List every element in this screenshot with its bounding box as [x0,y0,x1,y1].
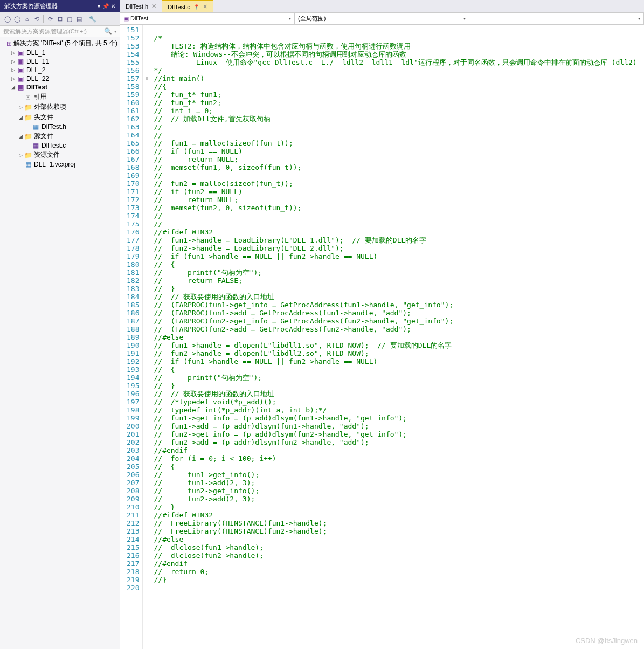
tree-item-DLL_1[interactable]: ▷▣DLL_1 [0,49,120,57]
tree-item-DllTest.h[interactable]: ▦DllTest.h [0,122,120,131]
chevron-down-icon: ▾ [463,16,466,21]
refresh-icon[interactable]: ⟳ [46,15,54,23]
forward-icon[interactable]: ◯ [13,15,22,23]
tree-item-DLL_11[interactable]: ▷▣DLL_11 [0,57,120,66]
tree-item-引用[interactable]: ⊡引用 [0,92,120,102]
tree-item-DLL_2[interactable]: ▷▣DLL_2 [0,66,120,74]
editor-area: DllTest.h✕DllTest.c📍✕ ▣ DllTest ▾ (全局范围)… [120,0,644,649]
solution-node[interactable]: ⊞解决方案 'DllTest' (5 个项目, 共 5 个) [0,38,120,49]
search-icon[interactable]: 🔍 [104,27,112,35]
search-box[interactable]: 🔍 ▾ [0,26,120,37]
tree-item-源文件[interactable]: ◢📁源文件 [0,131,120,141]
chevron-down-icon: ▾ [289,16,291,21]
showall-icon[interactable]: ▢ [65,15,74,23]
properties-icon[interactable]: ▤ [75,15,84,23]
nav-combos: ▣ DllTest ▾ (全局范围) ▾ ▾ [120,13,644,25]
tab-label: DllTest.h [126,3,148,10]
search-dropdown-icon[interactable]: ▾ [114,29,116,34]
tree-item-DLL_1.vcxproj[interactable]: ▦DLL_1.vcxproj [0,160,120,169]
back-icon[interactable]: ◯ [3,15,12,23]
editor-tabs: DllTest.h✕DllTest.c📍✕ [120,0,644,13]
pin-icon[interactable]: 📌 [102,3,109,9]
watermark: CSDN @ItsJingwen [576,637,638,645]
close-icon[interactable]: ✕ [111,3,115,9]
fold-column[interactable]: ⊟⊟ [143,25,150,649]
code-editor[interactable]: 1511521531541551561571581591601611621631… [120,25,644,649]
tab-DllTest-c[interactable]: DllTest.c📍✕ [162,0,213,12]
pin-icon[interactable]: 📍 [193,4,199,10]
scope-combo[interactable]: (全局范围) ▾ [295,13,469,24]
panel-title-text: 解决方案资源管理器 [4,2,58,10]
solution-tree: ⊞解决方案 'DllTest' (5 个项目, 共 5 个)▷▣DLL_1▷▣D… [0,37,120,649]
tree-item-DllTest.c[interactable]: ▦DllTest.c [0,141,120,150]
tree-item-头文件[interactable]: ◢📁头文件 [0,112,120,122]
panel-titlebar: 解决方案资源管理器 ▾ 📌 ✕ [0,0,120,12]
project-combo[interactable]: ▣ DllTest ▾ [120,13,295,24]
tab-DllTest-h[interactable]: DllTest.h✕ [120,0,162,12]
home-icon[interactable]: ⌂ [23,15,31,23]
search-input[interactable] [3,28,102,34]
tree-item-外部依赖项[interactable]: ▷📁外部依赖项 [0,102,120,112]
dropdown-icon[interactable]: ▾ [98,3,100,9]
collapse-icon[interactable]: ⊟ [56,15,64,23]
wrench-icon[interactable]: 🔧 [88,15,97,23]
chevron-down-icon: ▾ [638,16,640,21]
member-combo[interactable]: ▾ [469,13,644,24]
line-gutter: 1511521531541551561571581591601611621631… [120,25,143,649]
code-content[interactable]: /* TEST2: 构造结构体，结构体中包含对应句柄与函数，使用句柄进行函数调用… [150,25,640,649]
tree-item-DllTest[interactable]: ◢▣DllTest [0,83,120,92]
tree-item-DLL_22[interactable]: ▷▣DLL_22 [0,74,120,83]
solution-explorer-panel: 解决方案资源管理器 ▾ 📌 ✕ ◯ ◯ ⌂ ⟲ ⟳ ⊟ ▢ ▤ 🔧 🔍 ▾ ⊞解… [0,0,120,649]
sync-icon[interactable]: ⟲ [32,15,41,23]
close-icon[interactable]: ✕ [151,3,156,10]
tab-label: DllTest.c [168,4,190,10]
close-icon[interactable]: ✕ [203,3,207,10]
panel-toolbar: ◯ ◯ ⌂ ⟲ ⟳ ⊟ ▢ ▤ 🔧 [0,12,120,26]
tree-item-资源文件[interactable]: ▷📁资源文件 [0,150,120,160]
